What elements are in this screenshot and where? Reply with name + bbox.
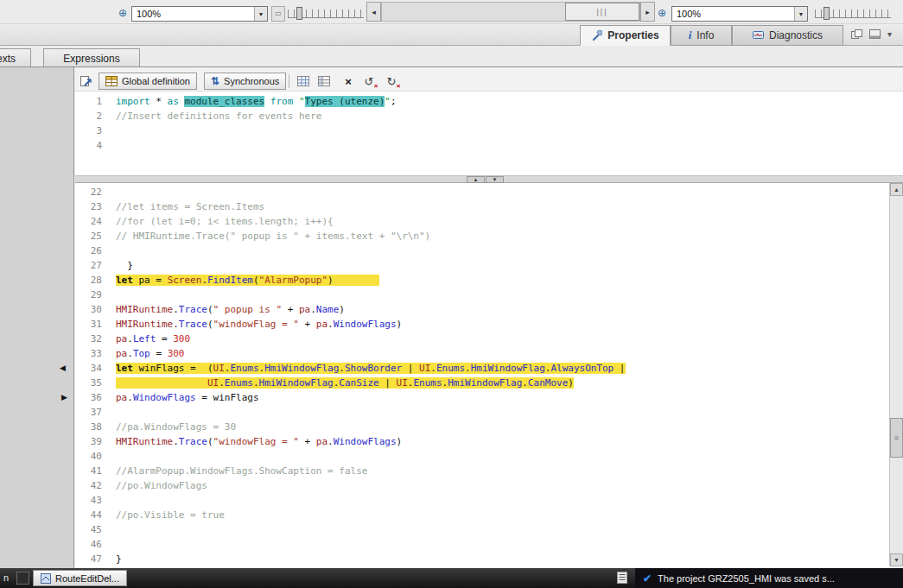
code-text[interactable]: //po.WindowFlags xyxy=(116,480,207,491)
dropdown-arrow-icon[interactable]: ▼ xyxy=(794,7,807,21)
code-line[interactable]: 27 } xyxy=(75,256,887,271)
open-script-button[interactable] xyxy=(76,73,95,90)
zoom-select-right[interactable]: 100% ▼ xyxy=(671,6,808,22)
tab-texts[interactable]: Texts xyxy=(0,48,31,67)
synchronous-button[interactable]: ⇅ Synchronous xyxy=(204,73,286,90)
splitter-down-button[interactable]: ▼ xyxy=(486,176,504,183)
code-line[interactable]: 46 xyxy=(75,535,887,550)
tab-info[interactable]: i Info xyxy=(671,25,732,46)
script-icon xyxy=(79,75,92,87)
scrollbar-thumb[interactable]: ≡ xyxy=(890,418,903,458)
tab-properties[interactable]: Properties xyxy=(580,25,671,46)
code-text[interactable]: } xyxy=(116,260,133,271)
scroll-up-button[interactable]: ▲ xyxy=(890,183,903,196)
status-notification[interactable]: ✔ The project GRZ2505_HMI was saved s... xyxy=(635,568,903,588)
code-text[interactable]: } xyxy=(116,553,122,565)
code-line[interactable]: 4 xyxy=(75,136,887,151)
splitter-up-button[interactable]: ▲ xyxy=(467,176,485,183)
scroll-right-button[interactable]: ▸ xyxy=(640,2,655,22)
code-text[interactable]: // HMIRuntime.Trace(" popup is " + items… xyxy=(116,231,430,242)
global-definition-icon xyxy=(105,76,118,86)
scrollbar-thumb[interactable]: ||| xyxy=(565,3,639,21)
code-line[interactable]: 47} xyxy=(75,550,887,565)
editor-splitter[interactable]: ▲ ▼ xyxy=(75,175,903,183)
scroll-left-button[interactable]: ◂ xyxy=(366,2,381,22)
code-line[interactable]: 23//let items = Screen.Items xyxy=(75,198,887,212)
slider-thumb[interactable] xyxy=(296,7,302,20)
zoom-slider-left[interactable] xyxy=(288,2,364,22)
code-line[interactable]: 45 xyxy=(75,521,887,535)
zoom-slider-right[interactable] xyxy=(815,2,891,22)
code-line[interactable]: 35 UI.Enums.HmiWindowFlag.CanSize | UI.E… xyxy=(75,374,887,389)
code-text[interactable]: HMIRuntime.Trace("windowFlag = " + pa.Wi… xyxy=(116,319,402,330)
code-line[interactable]: 40 xyxy=(75,447,887,462)
editor-status-icon[interactable] xyxy=(615,571,629,588)
revert-button[interactable]: ↻ × xyxy=(382,73,401,90)
code-line[interactable]: 34let winFlags = (UI.Enums.HmiWindowFlag… xyxy=(75,359,887,374)
code-line[interactable]: 30HMIRuntime.Trace(" popup is " + pa.Nam… xyxy=(75,300,887,315)
code-line[interactable]: 25// HMIRuntime.Trace(" popup is " + ite… xyxy=(75,227,887,242)
code-text[interactable]: pa.WindowFlags = winFlags xyxy=(116,392,259,403)
expand-right-icon[interactable]: ▶ xyxy=(61,393,67,401)
horizontal-scrollbar[interactable]: ||| xyxy=(381,2,640,22)
diagnostics-icon xyxy=(753,30,764,41)
vertical-scrollbar[interactable]: ▲ ≡ ▼ xyxy=(889,183,903,566)
close-icon: × xyxy=(345,75,352,88)
code-text[interactable]: let winFlags = (UI.Enums.HmiWindowFlag.S… xyxy=(116,363,626,374)
code-line[interactable]: 26 xyxy=(75,242,887,256)
code-text[interactable]: pa.Top = 300 xyxy=(116,348,185,359)
code-line[interactable]: 1import * as module_classes from "Types … xyxy=(75,92,887,107)
collapse-left-icon[interactable]: ◀ xyxy=(60,364,66,372)
code-text[interactable]: //Insert definitions for events here xyxy=(116,111,321,122)
taskbar-item-routeeditdel[interactable]: RouteEditDel... xyxy=(33,570,127,586)
slider-thumb[interactable] xyxy=(824,7,830,20)
code-text[interactable]: //AlarmPopup.WindowFlags.ShowCaption = f… xyxy=(116,465,367,477)
discard-changes-button[interactable]: ↺ × xyxy=(359,73,378,90)
delete-button[interactable]: × xyxy=(339,73,358,90)
check-icon: ✔ xyxy=(643,572,652,585)
code-line[interactable]: 3 xyxy=(75,122,887,136)
taskbar-item-icon[interactable] xyxy=(16,572,29,585)
code-text[interactable]: let pa = Screen.FindItem("AlarmPopup") xyxy=(116,275,379,286)
zoom-select-left[interactable]: 100% ▼ xyxy=(131,6,268,22)
code-line[interactable]: 39HMIRuntime.Trace("windowFlag = " + pa.… xyxy=(75,433,887,447)
insert-snippet-button[interactable] xyxy=(294,73,313,90)
insert-table-button[interactable] xyxy=(315,73,334,90)
code-line[interactable]: 24//for (let i=0; i< items.length; i++){ xyxy=(75,212,887,227)
code-line[interactable]: 32pa.Left = 300 xyxy=(75,330,887,345)
code-line[interactable]: 36pa.WindowFlags = winFlags xyxy=(75,389,887,403)
zoom-fit-button[interactable]: ▭ xyxy=(271,6,285,22)
code-text[interactable]: pa.Left = 300 xyxy=(116,333,190,345)
code-line[interactable]: 44//po.Visible = true xyxy=(75,506,887,521)
code-text[interactable]: //po.Visible = true xyxy=(116,509,225,521)
code-line[interactable]: 2//Insert definitions for events here xyxy=(75,107,887,122)
float-window-icon[interactable] xyxy=(851,29,862,39)
code-line[interactable]: 37 xyxy=(75,403,887,418)
global-definition-button[interactable]: Global definition xyxy=(99,73,197,90)
dropdown-arrow-icon[interactable]: ▼ xyxy=(254,7,267,21)
code-line[interactable]: 38//pa.WindowFlags = 30 xyxy=(75,418,887,433)
tab-diagnostics[interactable]: Diagnostics xyxy=(732,25,843,46)
panel-menu-arrow-icon[interactable]: ▾ xyxy=(887,29,892,39)
code-text[interactable]: UI.Enums.HmiWindowFlag.CanSize | UI.Enum… xyxy=(116,377,574,389)
code-line[interactable]: 28let pa = Screen.FindItem("AlarmPopup") xyxy=(75,271,887,286)
code-text[interactable]: //let items = Screen.Items xyxy=(116,201,264,212)
code-line[interactable]: 43 xyxy=(75,491,887,506)
code-line[interactable]: 42//po.WindowFlags xyxy=(75,477,887,491)
code-line[interactable]: 41//AlarmPopup.WindowFlags.ShowCaption =… xyxy=(75,462,887,477)
code-text[interactable]: HMIRuntime.Trace("windowFlag = " + pa.Wi… xyxy=(116,436,402,447)
code-line[interactable]: 33pa.Top = 300 xyxy=(75,345,887,359)
code-line[interactable]: 29 xyxy=(75,286,887,300)
code-text[interactable]: //pa.WindowFlags = 30 xyxy=(116,421,236,433)
grid-icon xyxy=(297,76,309,86)
code-text[interactable]: //for (let i=0; i< items.length; i++){ xyxy=(116,216,334,227)
code-line[interactable]: 22 xyxy=(75,183,887,198)
collapse-panel-icon[interactable] xyxy=(869,29,881,39)
code-editor-bottom[interactable]: 2223//let items = Screen.Items24//for (l… xyxy=(75,183,887,566)
code-editor-top[interactable]: 1import * as module_classes from "Types … xyxy=(75,92,887,175)
scroll-down-button[interactable]: ▼ xyxy=(890,553,903,566)
code-text[interactable]: import * as module_classes from "Types (… xyxy=(116,96,397,107)
tab-expressions[interactable]: Expressions xyxy=(43,48,140,67)
code-text[interactable]: HMIRuntime.Trace(" popup is " + pa.Name) xyxy=(116,304,345,315)
code-line[interactable]: 31HMIRuntime.Trace("windowFlag = " + pa.… xyxy=(75,315,887,330)
